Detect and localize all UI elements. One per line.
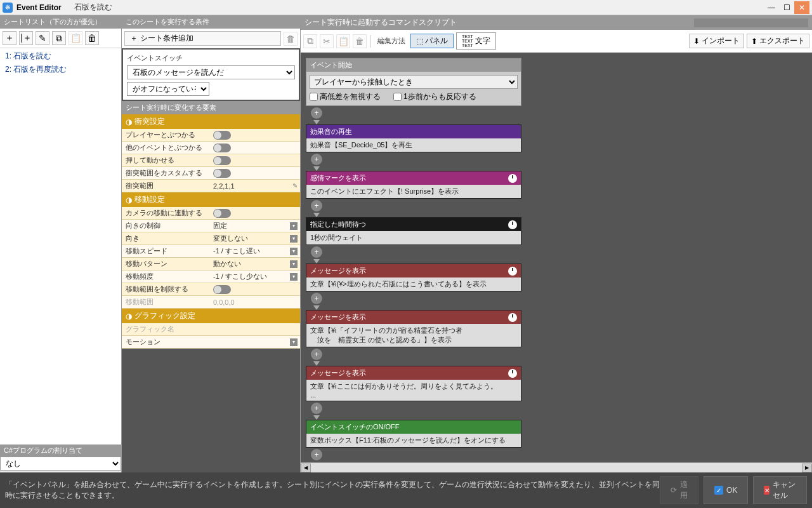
collision-section-header[interactable]: ◑衝突設定 — [122, 114, 300, 129]
add-node-button[interactable]: + — [311, 154, 322, 165]
property-value[interactable] — [209, 155, 300, 166]
property-label: グラフィック名 — [122, 323, 209, 335]
script-node[interactable]: 効果音の再生効果音【SE_Decide_05】を再生 — [306, 124, 521, 152]
toggle-switch[interactable] — [213, 144, 231, 152]
property-value[interactable]: ▾ — [209, 341, 300, 344]
close-button[interactable]: ✕ — [794, 1, 809, 14]
node-title: 感情マークを表示 — [306, 171, 521, 185]
property-value[interactable]: 2,2,1,1✎ — [209, 181, 300, 191]
add-node-button[interactable]: + — [311, 349, 322, 360]
paste-node-button[interactable]: 📋 — [336, 34, 350, 48]
toggle-switch[interactable] — [213, 156, 231, 165]
property-value[interactable] — [209, 284, 300, 295]
delete-condition-button[interactable]: 🗑 — [284, 32, 298, 46]
cancel-button[interactable]: ✕キャンセル — [753, 476, 807, 504]
scroll-left-button[interactable]: ◀ — [301, 464, 311, 472]
trigger-select[interactable]: プレイヤーから接触したとき — [310, 75, 518, 89]
property-value[interactable] — [209, 168, 300, 179]
property-value[interactable]: -1 / すこし遅い▾ — [209, 245, 300, 257]
clock-icon — [508, 313, 517, 322]
property-value[interactable]: 0,0,0,0 — [209, 297, 300, 307]
toggle-switch[interactable] — [213, 209, 231, 218]
property-row: カメラの移動に連動する — [122, 207, 300, 220]
script-canvas[interactable]: イベント開始 プレイヤーから接触したとき 高低差を無視する 1歩前からも反応する… — [301, 53, 812, 462]
minimize-button[interactable]: — — [764, 1, 779, 14]
script-node[interactable]: 指定した時間待つ1秒の間ウェイト — [306, 217, 521, 245]
csharp-select[interactable]: なし — [0, 457, 121, 471]
export-button[interactable]: ⬆エクスポート — [747, 34, 809, 48]
sheet-item[interactable]: 2: 石版を再度読む — [1, 63, 120, 76]
toggle-switch[interactable] — [213, 169, 231, 178]
graphic-section-header[interactable]: ◑グラフィック設定 — [122, 309, 300, 323]
add-node-button[interactable]: + — [311, 107, 322, 119]
node-body: 文章【¥iここには何かありそうだ。周りをよく見てみよう。... — [306, 380, 521, 401]
property-value[interactable]: -1 / すこし少ない▾ — [209, 271, 300, 283]
property-value[interactable] — [209, 208, 300, 219]
node-title: 効果音の再生 — [306, 125, 521, 138]
move-section-header[interactable]: ◑移動設定 — [122, 192, 300, 207]
property-value[interactable] — [209, 130, 300, 141]
edit-sheet-button[interactable]: ✎ — [36, 31, 49, 45]
property-value[interactable]: 変更しない▾ — [209, 232, 300, 244]
copy-sheet-button[interactable]: ⧉ — [52, 31, 66, 45]
clock-icon — [508, 369, 517, 378]
toggle-switch[interactable] — [213, 131, 231, 140]
cut-node-button[interactable]: ✂ — [320, 34, 334, 48]
property-label: 衝突範囲 — [122, 180, 209, 192]
property-value[interactable]: 動かない▾ — [209, 258, 300, 270]
add-sheet-button[interactable]: ＋ — [3, 31, 16, 45]
paste-sheet-button[interactable]: 📋 — [69, 31, 82, 45]
add-condition-button[interactable]: ＋シート条件追加 — [124, 31, 281, 46]
script-node[interactable]: メッセージを表示文章【¥iここには何かありそうだ。周りをよく見てみよう。... — [306, 366, 521, 401]
delete-node-button[interactable]: 🗑 — [353, 34, 367, 48]
script-node[interactable]: イベントスイッチのON/OFF変数ボックス【F11:石板のメッセージを読んだ】を… — [306, 420, 521, 448]
app-icon: ❋ — [3, 3, 13, 13]
property-label: 移動パターン — [122, 258, 209, 270]
horizontal-scrollbar[interactable]: ◀ ▶ — [301, 462, 812, 472]
property-label: カメラの移動に連動する — [122, 207, 209, 219]
arrow-down-icon — [313, 120, 320, 124]
apply-button[interactable]: ⟳適用 — [660, 476, 698, 504]
chevron-down-icon: ▾ — [290, 338, 298, 346]
property-value[interactable] — [209, 142, 300, 154]
property-row: 衝突範囲をカスタムする — [122, 167, 300, 180]
maximize-button[interactable]: ☐ — [779, 1, 794, 14]
node-title: メッセージを表示 — [306, 264, 521, 277]
toggle-switch[interactable] — [213, 285, 231, 294]
condition-state-select[interactable]: がオフになっている — [127, 82, 209, 96]
chevron-down-icon: ▾ — [290, 260, 298, 268]
one-step-checkbox[interactable]: 1歩前からも反応する — [393, 91, 476, 102]
sheet-item[interactable]: 1: 石版を読む — [1, 50, 120, 63]
node-title: イベントスイッチのON/OFF — [306, 420, 521, 434]
ignore-height-checkbox[interactable]: 高低差を無視する — [310, 91, 381, 102]
add-node-button[interactable]: + — [311, 403, 322, 414]
condition-switch-select[interactable]: 石板のメッセージを読んだ — [127, 65, 295, 79]
copy-node-button[interactable]: ⧉ — [303, 34, 317, 48]
add-node-button[interactable]: + — [311, 293, 322, 304]
import-button[interactable]: ⬇インポート — [689, 34, 744, 48]
export-icon: ⬆ — [751, 37, 757, 46]
tab-text[interactable]: TEXTTEXTTEXT文字 — [456, 32, 496, 50]
script-search-input[interactable] — [694, 18, 808, 27]
insert-sheet-button[interactable]: |＋ — [19, 31, 33, 45]
script-node[interactable]: メッセージを表示文章【¥i「イフリートの力が宿る精霊石を持つ者 汝を 精霊女王 … — [306, 310, 521, 347]
ok-button[interactable]: ✓OK — [704, 476, 748, 504]
condition-pane: このシートを実行する条件 ＋シート条件追加 🗑 イベントスイッチ 石板のメッセー… — [122, 15, 301, 472]
delete-sheet-button[interactable]: 🗑 — [85, 31, 99, 45]
event-start-node[interactable]: イベント開始 プレイヤーから接触したとき 高低差を無視する 1歩前からも反応する — [306, 58, 521, 106]
add-node-button[interactable]: + — [311, 200, 322, 211]
tab-panel[interactable]: ⬚パネル — [410, 34, 454, 48]
add-node-button[interactable]: + — [311, 449, 322, 460]
script-node[interactable]: 感情マークを表示このイベントにエフェクト【! Surprise】を表示 — [306, 171, 521, 199]
titlebar: ❋ Event Editor 石版を読む — ☐ ✕ — [0, 0, 812, 15]
arrow-down-icon — [313, 213, 320, 217]
property-row: 移動範囲を制限する — [122, 283, 300, 296]
property-value[interactable] — [209, 328, 300, 331]
script-node[interactable]: メッセージを表示文章【¥i(¥>埋められた石版にはこう書いてある】を表示 — [306, 264, 521, 291]
csharp-header: C#プログラムの割り当て — [0, 444, 121, 457]
change-elements-header: シート実行時に変化する要素 — [122, 101, 300, 114]
scroll-right-button[interactable]: ▶ — [802, 464, 812, 472]
property-value[interactable]: 固定▾ — [209, 220, 300, 232]
property-label: 他のイベントとぶつかる — [122, 142, 209, 154]
add-node-button[interactable]: + — [311, 246, 322, 258]
